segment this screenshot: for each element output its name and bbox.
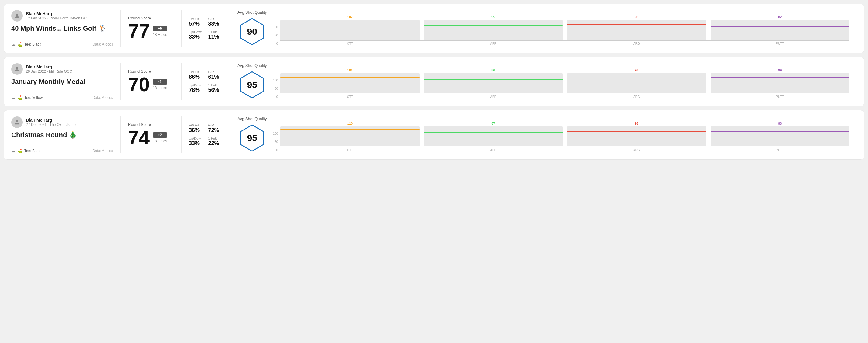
- user-name: Blair McHarg: [26, 11, 87, 16]
- gir-value: 61%: [208, 74, 223, 80]
- left-section-round1: Blair McHarg 12 Feb 2022 · Royal North D…: [11, 10, 121, 47]
- svg-point-0: [16, 14, 18, 16]
- oneputt-value: 11%: [208, 34, 223, 40]
- stats-section: FW Hit 57% GIR 83% Up/Down 33% 1 Putt 11…: [182, 10, 230, 47]
- bar-group-app: 87: [424, 122, 563, 146]
- oneputt-label: 1 Putt: [208, 83, 223, 87]
- bar-group-arg: 98: [567, 15, 706, 40]
- tee-info: ☁ ⛳ Tee: Black: [11, 42, 41, 47]
- tee-label: Tee: Yellow: [24, 95, 42, 100]
- oneputt-label: 1 Putt: [208, 30, 223, 34]
- fw-hit-label: FW Hit: [189, 17, 204, 21]
- oneputt-label: 1 Putt: [208, 136, 223, 140]
- y-label-0: 0: [273, 95, 278, 98]
- bottom-row: ☁ ⛳ Tee: Yellow Data: Arccos: [11, 95, 113, 100]
- updown-label: Up/Down: [189, 30, 204, 34]
- user-info: Blair McHarg 12 Feb 2022 · Royal North D…: [26, 11, 87, 20]
- bar-top-value-arg: 96: [635, 68, 639, 72]
- bar-group-ott: 110: [280, 122, 419, 146]
- bar-bg-putt: [711, 73, 849, 93]
- tee-label: Tee: Black: [24, 42, 41, 46]
- chart-label-putt: PUTT: [711, 42, 849, 45]
- user-info: Blair McHarg 29 Jan 2022 · Mill Ride GCC: [26, 64, 72, 73]
- bar-group-arg: 96: [567, 68, 706, 93]
- bottom-row: ☁ ⛳ Tee: Blue Data: Arccos: [11, 148, 113, 153]
- user-date: 12 Feb 2022 · Royal North Devon GC: [26, 16, 87, 20]
- bar-chart: 100 50 0 101 86: [273, 65, 849, 98]
- chart-y-labels: 100 50 0: [273, 79, 278, 98]
- chart-label-arg: ARG: [567, 42, 706, 45]
- score-label: Round Score: [128, 16, 174, 20]
- bag-icon: ⛳: [17, 42, 23, 47]
- gir-value: 72%: [208, 127, 223, 133]
- chart-labels: OTTAPPARGPUTT: [280, 95, 849, 98]
- score-diff: -2: [153, 79, 167, 85]
- hex-score: 95: [247, 133, 257, 143]
- quality-section: Avg Shot Quality 95 100 50 0: [230, 117, 857, 153]
- user-info: Blair McHarg 27 Dec 2021 · The Oxfordshi…: [26, 118, 76, 127]
- updown-label: Up/Down: [189, 136, 204, 140]
- data-source: Data: Arccos: [92, 42, 113, 46]
- chart-label-ott: OTT: [280, 42, 419, 45]
- round-title: 40 Mph Winds... Links Golf 🏌️: [11, 25, 113, 33]
- updown-label: Up/Down: [189, 83, 204, 87]
- bar-top-value-putt: 82: [778, 15, 782, 19]
- left-section-round3: Blair McHarg 27 Dec 2021 · The Oxfordshi…: [11, 117, 121, 153]
- chart-label-arg: ARG: [567, 148, 706, 152]
- score-number: 77: [128, 22, 150, 41]
- bar-bg-arg: [567, 20, 706, 40]
- updown-value: 78%: [189, 87, 204, 93]
- cloud-icon: ☁: [11, 148, 16, 153]
- user-row: Blair McHarg 27 Dec 2021 · The Oxfordshi…: [11, 117, 113, 128]
- chart-y-labels: 100 50 0: [273, 132, 278, 152]
- bar-top-value-app: 87: [491, 122, 495, 125]
- bar-group-putt: 82: [711, 15, 849, 40]
- svg-point-2: [16, 120, 18, 122]
- chart-bars: 101 86 96: [280, 68, 849, 94]
- user-row: Blair McHarg 12 Feb 2022 · Royal North D…: [11, 10, 113, 22]
- bar-bg-putt: [711, 20, 849, 40]
- bar-bg-putt: [711, 126, 849, 146]
- gir-value: 83%: [208, 21, 223, 27]
- bar-group-app: 95: [424, 15, 563, 40]
- bar-chart: 100 50 0 110 87: [273, 118, 849, 152]
- avatar: [11, 63, 23, 75]
- chart-bars: 107 95 98: [280, 15, 849, 41]
- gir-label: GIR: [208, 70, 223, 74]
- fw-hit-label: FW Hit: [189, 123, 204, 127]
- hexagon-container: 90: [238, 17, 266, 47]
- round-card-round3: Blair McHarg 27 Dec 2021 · The Oxfordshi…: [4, 110, 864, 160]
- score-badge: -2 18 Holes: [153, 79, 167, 90]
- avatar: [11, 10, 23, 22]
- score-label: Round Score: [128, 69, 174, 73]
- bag-icon: ⛳: [17, 148, 23, 153]
- bar-bg-app: [424, 73, 563, 93]
- fw-hit-stat: FW Hit 57%: [189, 17, 204, 27]
- stats-section: FW Hit 86% GIR 61% Up/Down 78% 1 Putt 56…: [182, 63, 230, 100]
- quality-section: Avg Shot Quality 95 100 50 0: [230, 63, 857, 100]
- hexagon-container: 95: [238, 70, 266, 100]
- fw-hit-stat: FW Hit 36%: [189, 123, 204, 133]
- bar-bg-arg: [567, 73, 706, 93]
- quality-left: Avg Shot Quality 95: [238, 117, 267, 153]
- chart-bars: 110 87 95: [280, 121, 849, 147]
- bottom-row: ☁ ⛳ Tee: Black Data: Arccos: [11, 42, 113, 47]
- bar-group-app: 86: [424, 68, 563, 93]
- bag-icon: ⛳: [17, 95, 23, 100]
- avatar: [11, 117, 23, 128]
- gir-stat: GIR 61%: [208, 70, 223, 80]
- score-row: 77 +5 18 Holes: [128, 22, 174, 41]
- tee-label: Tee: Blue: [24, 149, 39, 153]
- bar-top-value-putt: 99: [778, 68, 782, 72]
- quality-label: Avg Shot Quality: [238, 10, 267, 14]
- bar-group-putt: 99: [711, 68, 849, 93]
- stats-grid: FW Hit 36% GIR 72% Up/Down 33% 1 Putt 22…: [189, 123, 222, 147]
- score-row: 74 +2 18 Holes: [128, 128, 174, 148]
- chart-label-putt: PUTT: [711, 148, 849, 152]
- gir-stat: GIR 72%: [208, 123, 223, 133]
- y-label-0: 0: [273, 148, 278, 152]
- chart-label-app: APP: [424, 148, 563, 152]
- tee-info: ☁ ⛳ Tee: Yellow: [11, 95, 42, 100]
- bar-top-value-ott: 107: [347, 15, 353, 19]
- tee-info: ☁ ⛳ Tee: Blue: [11, 148, 39, 153]
